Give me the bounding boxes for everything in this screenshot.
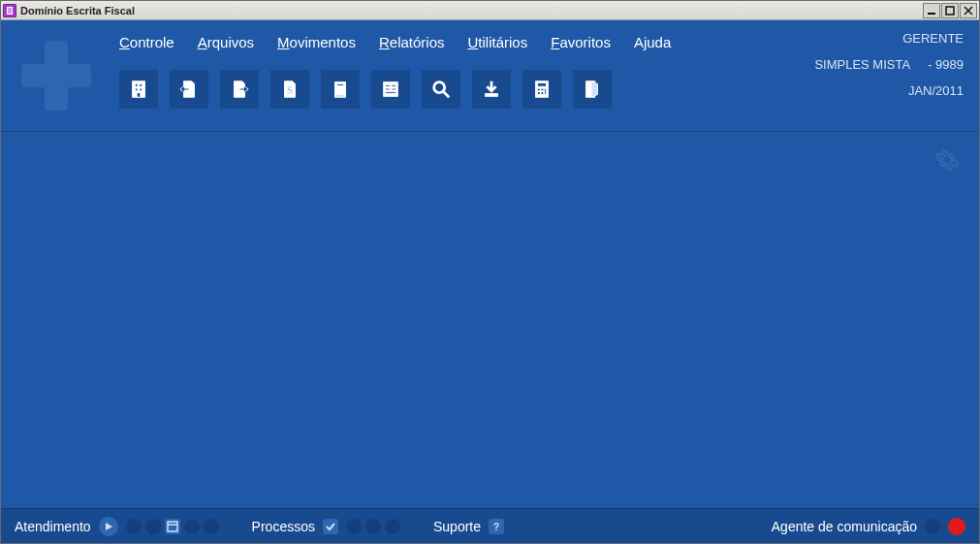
svg-rect-16 [335, 95, 346, 98]
app-icon [3, 4, 16, 17]
tool-exit[interactable] [573, 70, 612, 109]
tool-doc-money[interactable]: $ [270, 70, 309, 109]
svg-line-25 [444, 92, 450, 98]
svg-rect-11 [135, 88, 138, 91]
svg-rect-30 [541, 88, 544, 91]
tool-download[interactable] [472, 70, 511, 109]
search-icon [430, 79, 452, 100]
svg-rect-21 [386, 88, 391, 90]
building-icon [128, 79, 149, 100]
menu-arquivos[interactable]: Arquivos [198, 34, 254, 50]
svg-rect-4 [928, 13, 935, 15]
menu-ajuda[interactable]: Ajuda [634, 34, 671, 50]
status-processos-group: Processos [252, 519, 400, 534]
svg-rect-12 [140, 88, 142, 91]
status-suporte-group: Suporte ? [433, 519, 504, 534]
gear-icon [934, 147, 960, 173]
doc-out-icon [229, 79, 250, 100]
menu-relatorios[interactable]: Relatórios [379, 34, 445, 50]
window-icon [167, 521, 178, 532]
svg-rect-31 [545, 88, 547, 94]
form-icon [380, 79, 401, 100]
svg-rect-22 [392, 88, 396, 90]
svg-rect-17 [336, 84, 343, 86]
tool-book[interactable] [321, 70, 360, 109]
status-dot [346, 519, 362, 534]
window-controls [923, 3, 977, 18]
status-window-icon-button[interactable] [165, 519, 180, 534]
status-dot [204, 519, 219, 534]
calculator-icon [531, 79, 553, 100]
svg-rect-32 [537, 92, 540, 95]
tool-search[interactable] [422, 70, 460, 109]
maximize-button[interactable] [941, 3, 959, 18]
exit-icon [582, 79, 603, 100]
statusbar: Atendimento Processos [1, 508, 979, 543]
status-agent-indicator[interactable] [948, 518, 965, 535]
svg-rect-28 [537, 83, 546, 87]
tool-doc-out[interactable] [220, 70, 259, 109]
svg-rect-13 [137, 93, 141, 98]
menu-utilitarios[interactable]: Utilitários [468, 34, 528, 50]
svg-rect-9 [135, 84, 138, 87]
status-agente-label: Agente de comunicação [772, 519, 917, 534]
svg-text:?: ? [493, 522, 499, 532]
book-icon [330, 79, 351, 100]
status-agente-group: Agente de comunicação [772, 518, 965, 535]
workspace [1, 131, 979, 508]
status-atendimento-label: Atendimento [15, 519, 91, 534]
tool-building[interactable] [119, 70, 158, 109]
header-period: JAN/2011 [908, 84, 964, 97]
status-suporte-label: Suporte [433, 519, 481, 534]
doc-in-icon [178, 79, 200, 100]
close-button[interactable] [960, 3, 977, 18]
status-atendimento-group: Atendimento [15, 517, 219, 536]
svg-rect-10 [140, 84, 142, 87]
header-company-code: - 9989 [928, 58, 964, 71]
status-check-button[interactable] [323, 519, 338, 534]
play-icon [104, 522, 113, 531]
menu-movimentos[interactable]: Movimentos [277, 34, 356, 50]
svg-rect-33 [541, 92, 544, 95]
menu-favoritos[interactable]: Favoritos [551, 34, 611, 50]
status-dot [385, 519, 400, 534]
status-dot [365, 519, 381, 534]
svg-point-24 [434, 82, 445, 93]
question-icon: ? [490, 521, 502, 532]
status-dot [145, 519, 161, 534]
status-processos-dots [346, 519, 400, 534]
svg-rect-20 [392, 84, 396, 86]
svg-text:$: $ [287, 85, 293, 96]
minimize-button[interactable] [923, 3, 940, 18]
header-company: SIMPLES MISTA [814, 58, 910, 71]
download-icon [481, 79, 502, 100]
status-dot [925, 519, 940, 534]
header-user: GERENTE [902, 32, 964, 45]
header-info: GERENTE SIMPLES MISTA - 9989 JAN/2011 [814, 32, 964, 97]
svg-rect-23 [386, 92, 396, 94]
status-help-button[interactable]: ? [489, 519, 504, 534]
svg-rect-26 [486, 94, 498, 97]
plus-icon [13, 32, 100, 119]
status-processos-label: Processos [252, 519, 315, 534]
app-logo [13, 32, 100, 119]
tool-doc-in[interactable] [170, 70, 208, 109]
svg-rect-19 [386, 84, 391, 86]
status-dot [126, 519, 142, 534]
svg-rect-29 [537, 88, 540, 91]
settings-button[interactable] [934, 147, 960, 173]
status-atendimento-dots [126, 519, 219, 534]
menu-controle[interactable]: Controle [119, 34, 174, 50]
status-dot [184, 519, 200, 534]
check-icon [325, 521, 336, 532]
tool-form[interactable] [371, 70, 410, 109]
svg-rect-35 [168, 522, 177, 531]
window-title: Domínio Escrita Fiscal [20, 5, 923, 16]
doc-money-icon: $ [279, 79, 300, 100]
tool-calculator[interactable] [522, 70, 561, 109]
header-band: Controle Arquivos Movimentos Relatórios … [1, 20, 979, 131]
titlebar: Domínio Escrita Fiscal [1, 1, 979, 20]
app-window: Domínio Escrita Fiscal Controle Arquivos… [0, 0, 980, 544]
svg-rect-5 [946, 7, 954, 15]
status-play-button[interactable] [99, 517, 118, 536]
